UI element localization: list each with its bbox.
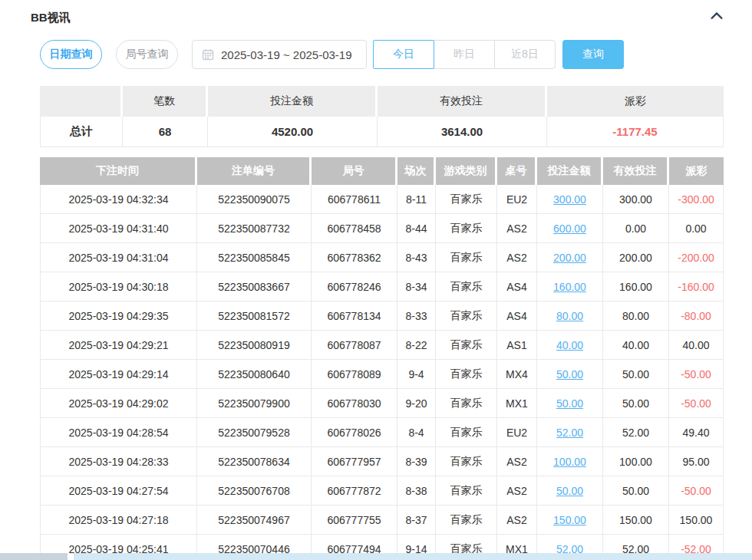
bet-amount-link[interactable]: 300.00 xyxy=(553,193,586,206)
bet-amount-link[interactable]: 200.00 xyxy=(553,252,586,264)
table-row: 2025-03-19 04:31:04522350085845606778362… xyxy=(40,243,724,272)
titlebar: BB视讯 xyxy=(31,8,726,27)
records-header-cell: 注单编号 xyxy=(197,157,312,185)
cell-bet-amount: 600.00 xyxy=(537,214,603,243)
cell-round-number: 606778030 xyxy=(312,389,397,418)
cell-game-type: 百家乐 xyxy=(436,185,497,214)
summary-total-row: 总计 68 4520.00 3614.00 -1177.45 xyxy=(40,117,724,147)
table-row: 2025-03-19 04:29:21522350080919606778087… xyxy=(40,331,724,360)
cell-table-number: AS2 xyxy=(497,214,537,243)
cell-bet-number: 522350080640 xyxy=(197,360,312,389)
cell-session: 9-4 xyxy=(397,360,436,389)
cell-valid-bet: 300.00 xyxy=(603,185,669,214)
records-header-cell: 场次 xyxy=(397,157,436,185)
cell-payout: -80.00 xyxy=(669,301,724,331)
table-row: 2025-03-19 04:29:02522350079900606778030… xyxy=(40,389,724,418)
cell-round-number: 606777957 xyxy=(312,447,397,476)
chevron-up-icon xyxy=(708,8,725,28)
cell-payout: 0.00 xyxy=(669,214,724,243)
cell-valid-bet: 40.00 xyxy=(603,331,669,360)
summary-header-cell: 有效投注 xyxy=(378,86,547,117)
bet-amount-link[interactable]: 50.00 xyxy=(556,485,583,497)
cell-bet-amount: 100.00 xyxy=(537,447,603,476)
cell-session: 8-39 xyxy=(397,447,436,476)
cell-session: 8-4 xyxy=(397,418,436,447)
cell-bet-amount: 50.00 xyxy=(537,389,603,418)
cell-table-number: MX4 xyxy=(497,360,537,389)
cell-bet-number: 522350087732 xyxy=(197,214,312,243)
cell-table-number: AS4 xyxy=(497,301,537,331)
quick-btn-last8days[interactable]: 近8日 xyxy=(494,40,556,69)
cell-bet-time: 2025-03-19 04:29:21 xyxy=(40,331,197,360)
bet-amount-link[interactable]: 52.00 xyxy=(556,427,583,439)
cell-session: 8-37 xyxy=(397,506,436,535)
cell-bet-amount: 50.00 xyxy=(537,360,603,389)
cell-valid-bet: 200.00 xyxy=(603,243,669,272)
search-button[interactable]: 查询 xyxy=(562,40,624,69)
cell-valid-bet: 52.00 xyxy=(603,418,669,447)
date-query-tab[interactable]: 日期查询 xyxy=(40,40,102,69)
bet-amount-link[interactable]: 600.00 xyxy=(553,222,586,235)
cell-valid-bet: 80.00 xyxy=(603,301,669,331)
cell-bet-number: 522350083667 xyxy=(197,272,312,301)
cell-valid-bet: 160.00 xyxy=(603,272,669,301)
table-row: 2025-03-19 04:29:35522350081572606778134… xyxy=(40,301,724,331)
quick-btn-yesterday[interactable]: 昨日 xyxy=(434,40,495,69)
summary-header-cell xyxy=(40,86,123,117)
bet-amount-link[interactable]: 160.00 xyxy=(553,281,586,293)
summary-header-cell: 派彩 xyxy=(547,86,724,117)
summary-bet-amount: 4520.00 xyxy=(208,117,378,147)
bet-amount-link[interactable]: 50.00 xyxy=(556,368,583,380)
cell-valid-bet: 0.00 xyxy=(603,214,669,243)
quick-btn-today[interactable]: 今日 xyxy=(373,40,434,69)
summary-table: 笔数投注金额有效投注派彩 总计 68 4520.00 3614.00 -1177… xyxy=(40,86,724,147)
table-row: 2025-03-19 04:32:34522350090075606778611… xyxy=(40,185,724,214)
table-row: 2025-03-19 04:30:18522350083667606778246… xyxy=(40,272,724,301)
round-query-tab[interactable]: 局号查询 xyxy=(116,40,178,69)
bet-amount-link[interactable]: 40.00 xyxy=(556,339,583,351)
cell-round-number: 606777755 xyxy=(312,506,397,535)
collapse-panel-button[interactable] xyxy=(707,8,726,27)
cell-table-number: AS2 xyxy=(497,506,537,535)
cell-bet-number: 522350080919 xyxy=(197,331,312,360)
cell-bet-time: 2025-03-19 04:28:33 xyxy=(40,447,197,476)
records-header-cell: 局号 xyxy=(312,157,397,185)
cell-payout: 150.00 xyxy=(669,506,724,535)
records-table: 下注时间注单编号局号场次游戏类别桌号投注金额有效投注派彩 2025-03-19 … xyxy=(40,157,724,560)
cell-bet-amount: 52.00 xyxy=(537,418,603,447)
cell-session: 8-11 xyxy=(397,185,436,214)
cell-bet-time: 2025-03-19 04:27:18 xyxy=(40,506,197,535)
cell-bet-number: 522350076708 xyxy=(197,476,312,506)
bet-amount-link[interactable]: 100.00 xyxy=(553,456,586,468)
cell-payout: 40.00 xyxy=(669,331,724,360)
cell-payout: -160.00 xyxy=(669,272,724,301)
date-range-picker[interactable]: 2025-03-19 ~ 2025-03-19 xyxy=(192,40,367,69)
cell-table-number: AS2 xyxy=(497,476,537,506)
summary-header-row: 笔数投注金额有效投注派彩 xyxy=(40,86,724,117)
records-header-cell: 派彩 xyxy=(669,157,724,185)
bet-amount-link[interactable]: 80.00 xyxy=(556,310,583,322)
cell-bet-time: 2025-03-19 04:29:14 xyxy=(40,360,197,389)
cell-round-number: 606777872 xyxy=(312,476,397,506)
cell-bet-number: 522350085845 xyxy=(197,243,312,272)
records-header-cell: 桌号 xyxy=(497,157,537,185)
records-header-row: 下注时间注单编号局号场次游戏类别桌号投注金额有效投注派彩 xyxy=(40,157,724,185)
bet-amount-link[interactable]: 50.00 xyxy=(556,397,583,410)
date-range-value: 2025-03-19 ~ 2025-03-19 xyxy=(221,48,352,61)
summary-count: 68 xyxy=(123,117,208,147)
cell-game-type: 百家乐 xyxy=(436,476,497,506)
horizontal-scrollbar-track[interactable] xyxy=(74,553,752,560)
cell-round-number: 606778089 xyxy=(312,360,397,389)
cell-round-number: 606778362 xyxy=(312,243,397,272)
cell-round-number: 606778458 xyxy=(312,214,397,243)
cell-bet-amount: 150.00 xyxy=(537,506,603,535)
horizontal-scrollbar-thumb[interactable] xyxy=(0,553,68,560)
cell-session: 8-38 xyxy=(397,476,436,506)
cell-valid-bet: 150.00 xyxy=(603,506,669,535)
cell-bet-number: 522350079900 xyxy=(197,389,312,418)
cell-valid-bet: 100.00 xyxy=(603,447,669,476)
bet-amount-link[interactable]: 150.00 xyxy=(553,514,586,526)
cell-table-number: AS1 xyxy=(497,331,537,360)
summary-header-cell: 笔数 xyxy=(123,86,208,117)
cell-game-type: 百家乐 xyxy=(436,243,497,272)
